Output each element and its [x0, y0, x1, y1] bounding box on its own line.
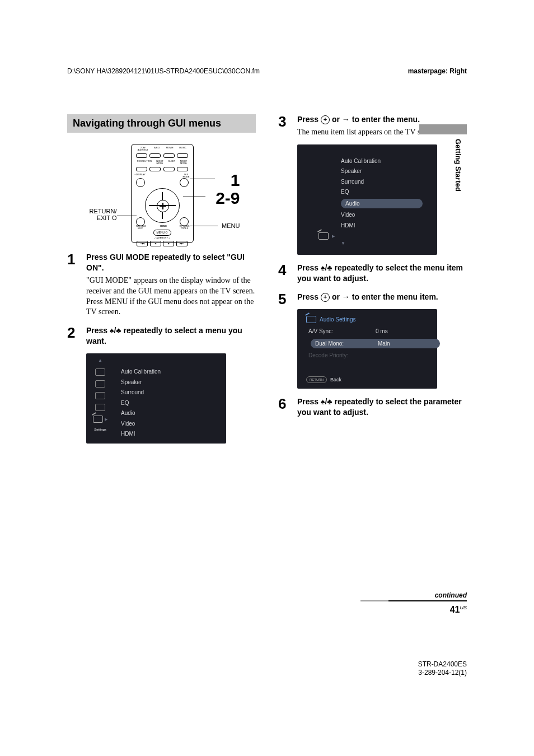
remote-transport: I◀◀ ◀· ·▶ ▶▶I	[136, 241, 189, 246]
step-2: 2 Press ♠/♣ repeatedly to select a menu …	[67, 325, 256, 443]
list-item: EQ	[341, 188, 433, 196]
right-arrow-icon: →	[342, 292, 350, 301]
step-number: 3	[278, 114, 289, 255]
table-row: A/V Sync: 0 ms	[308, 328, 433, 335]
section-heading: Navigating through GUI menus	[67, 114, 256, 133]
step-3: 3 Press + or → to enter the menu. The me…	[278, 114, 467, 255]
settings-icon	[318, 232, 329, 240]
gui-menu-list: Auto Calibration Speaker Surround EQ Aud…	[121, 368, 161, 438]
return-button-icon: RETURN	[306, 376, 327, 383]
step-title: Press + or → to enter the menu.	[297, 114, 467, 125]
step-title: Press ♠/♣ repeatedly to select a menu yo…	[86, 325, 256, 347]
step-title: Press + or → to enter the menu item.	[297, 292, 467, 302]
step-body: Press ♠/♣ repeatedly to select a menu yo…	[86, 325, 256, 443]
circle-btn	[136, 178, 145, 187]
up-down-icon: ♠/♣	[110, 326, 121, 335]
pill-btn	[149, 167, 161, 171]
step-body: Press + or → to enter the menu. The menu…	[297, 114, 467, 255]
fm-icon	[95, 368, 105, 376]
settings-label: Settings	[94, 427, 106, 432]
list-item: Video	[121, 420, 161, 428]
list-item: Auto Calibration	[341, 157, 433, 165]
masterpage-label: masterpage: Right	[408, 67, 467, 75]
remote-pill-row	[135, 167, 190, 171]
xm-icon	[95, 392, 105, 399]
gui-footer: RETURN Back	[306, 376, 433, 383]
gui-source-bar: ▲ ▶ Settings	[91, 358, 110, 438]
list-item: Surround	[341, 178, 433, 186]
callout-1: 1	[231, 171, 240, 190]
left-column: Navigating through GUI menus RETURN/ EXI…	[67, 114, 256, 444]
callout-menu: MENU	[222, 222, 240, 229]
step-5: 5 Press + or → to enter the menu item. A…	[278, 292, 467, 389]
gui-screenshot-menu: ▲ ▶ Settings	[86, 353, 226, 444]
list-item: HDMI	[341, 222, 433, 230]
step-4: 4 Press ♠/♣ repeatedly to select the men…	[278, 263, 467, 284]
leader-line	[190, 226, 218, 226]
list-item: Surround	[121, 389, 161, 396]
remote-top-labels: 2CH/ A.DIRECT A.F.D. MOVIE MUSIC	[135, 147, 190, 151]
step-number: 1	[67, 252, 78, 318]
step-number: 6	[278, 396, 289, 418]
gui-footer-icon: ▶	[318, 232, 433, 240]
circle-btn	[180, 178, 189, 187]
continued-label: continued	[435, 591, 467, 599]
remote-labels-2: RESOLUTION NIGHT MODE SLEEP NIGHT MODE	[135, 160, 190, 165]
pill-btn	[163, 153, 175, 158]
step-title: Press ♠/♣ repeatedly to select the menu …	[297, 263, 467, 284]
right-caret-icon: ▶	[332, 234, 335, 239]
manual-page: D:\SONY HA\3289204121\01US-STRDA2400ESUC…	[0, 0, 534, 756]
pill-btn	[163, 167, 175, 171]
step-body: Press GUI MODE repeatedly to select "GUI…	[86, 252, 256, 318]
continued-rule	[388, 600, 467, 601]
remote-category: - CATEGORY +	[132, 237, 193, 239]
step-body: Press ♠/♣ repeatedly to select the menu …	[297, 263, 467, 284]
remote-diagram: RETURN/ EXIT O 1 2-9 MENU 2CH/ A.DIRECT …	[83, 144, 240, 243]
table-row-highlighted: Dual Mono: Main	[311, 339, 440, 349]
remote-circles	[136, 178, 189, 187]
tab-marker	[419, 124, 467, 134]
list-item: Speaker	[341, 167, 433, 175]
table-row-disabled: Decode Priority:	[308, 352, 433, 360]
pill-btn	[149, 153, 161, 158]
step-number: 4	[278, 263, 289, 284]
enter-icon: +	[321, 293, 330, 302]
step-number: 5	[278, 292, 289, 389]
back-label: Back	[330, 376, 341, 383]
page-number: 41US	[450, 605, 467, 615]
header-row: D:\SONY HA\3289204121\01US-STRDA2400ESUC…	[67, 67, 467, 75]
am-icon	[95, 380, 105, 388]
step-body: Press ♠/♣ repeatedly to select the param…	[297, 396, 467, 418]
gui-screenshot-submenu: ▲ Auto Calibration Speaker Surround EQ A…	[297, 144, 437, 255]
remote-pill-row	[135, 153, 190, 158]
list-item: Speaker	[121, 379, 161, 386]
remote-body: 2CH/ A.DIRECT A.F.D. MOVIE MUSIC RESOLUT…	[131, 144, 194, 243]
right-column: 3 Press + or → to enter the menu. The me…	[278, 114, 467, 444]
step-title: Press GUI MODE repeatedly to select "GUI…	[86, 252, 256, 273]
step-number: 2	[67, 325, 78, 443]
list-item-highlighted: Audio	[341, 199, 423, 209]
pill-btn	[177, 167, 188, 171]
gui-menu-list: Auto Calibration Speaker Surround EQ Aud…	[341, 157, 433, 230]
step-body: Press + or → to enter the menu item. Aud…	[297, 292, 467, 389]
enter-icon: +	[321, 115, 330, 124]
callout-return-exit: RETURN/ EXIT O	[78, 208, 117, 221]
remote-display-gui: • DISPLAY GUI MODE	[135, 174, 190, 178]
gui-screenshot-settings: Audio Settings A/V Sync: 0 ms Dual Mono:…	[297, 309, 437, 389]
up-down-icon: ♠/♣	[321, 397, 332, 406]
step-desc: "GUI MODE" appears on the display window…	[86, 276, 256, 318]
down-caret-icon: ▼	[341, 241, 433, 247]
callout-2-9: 2-9	[216, 189, 240, 208]
content-columns: Navigating through GUI menus RETURN/ EXI…	[67, 114, 467, 444]
step-6: 6 Press ♠/♣ repeatedly to select the par…	[278, 396, 467, 418]
file-path: D:\SONY HA\3289204121\01US-STRDA2400ESUC…	[67, 67, 260, 75]
dpad-center	[157, 200, 169, 212]
settings-icon	[306, 316, 316, 323]
pill-btn	[177, 153, 188, 158]
up-down-icon: ♠/♣	[321, 263, 332, 272]
list-item: HDMI	[121, 430, 161, 438]
up-caret-icon: ▲	[98, 358, 102, 364]
pill-btn	[136, 153, 147, 158]
remote-home-row: • RETURN/ EXIT • HOME OPTIONS TOOLS	[135, 225, 190, 230]
list-item: Auto Calibration	[121, 368, 161, 376]
